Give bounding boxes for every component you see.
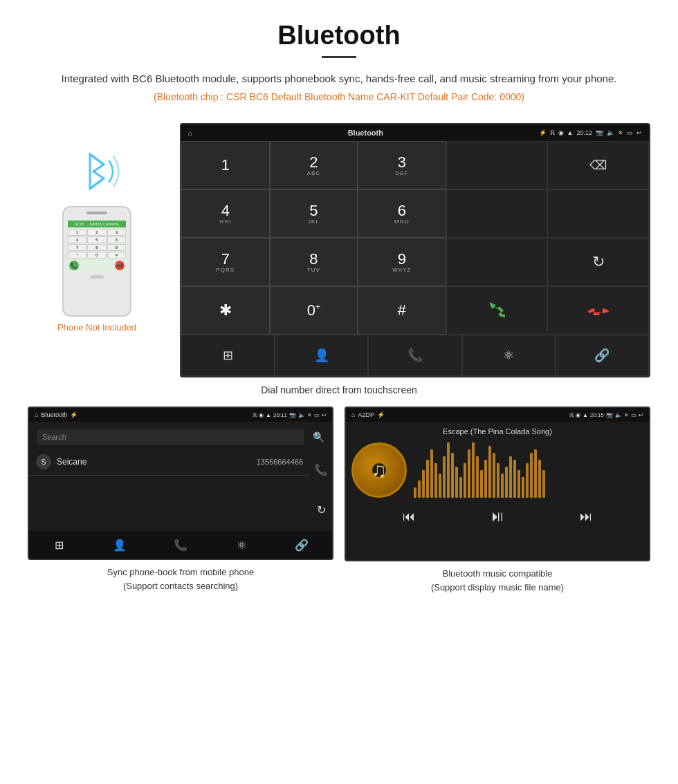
pb-dialpad-btn[interactable]: ⊞ xyxy=(29,534,90,556)
phonebook-contacts-list: S Seicane 13566664466 xyxy=(29,449,310,531)
visualizer-bar xyxy=(538,460,541,498)
display-area-empty xyxy=(446,141,548,189)
visualizer-bar xyxy=(455,467,458,498)
svg-line-1 xyxy=(90,154,104,165)
pb-sync-icon[interactable]: ↻ xyxy=(317,503,326,516)
prev-track-button[interactable]: ⏮ xyxy=(403,510,415,524)
dial-key-7[interactable]: 7 PQRS xyxy=(181,238,270,286)
pb-back-icon[interactable]: ↩ xyxy=(322,412,327,418)
phonebook-caption: Sync phone-book from mobile phone (Suppo… xyxy=(28,566,333,592)
visualizer-bar xyxy=(505,467,508,498)
phone-key-2: 2 xyxy=(87,229,106,236)
dialer-bottom-bar: ⊞ 👤 📞 ⚛ 🔗 xyxy=(181,335,649,376)
screen-icon: ▭ xyxy=(627,129,633,136)
dial-key-1[interactable]: 1 xyxy=(181,141,270,189)
music-usb-icon: ⚡ xyxy=(377,411,385,418)
page-title: Bluetooth xyxy=(42,21,636,50)
pb-bt-icon: ℝ xyxy=(253,412,257,418)
music-time: 20:15 xyxy=(590,412,604,418)
visualizer-bar xyxy=(468,449,470,498)
phone-key-6: 6 xyxy=(107,236,126,243)
home-icon[interactable]: ⌂ xyxy=(188,129,192,137)
music-song-title: Escape (The Pina Colada Song) xyxy=(443,427,552,436)
music-title: A2DP xyxy=(358,411,374,418)
visualizer-bar xyxy=(526,463,529,498)
music-back-icon[interactable]: ↩ xyxy=(639,412,643,418)
dial-key-4[interactable]: 4 GHI xyxy=(181,189,270,238)
page-specs: (Bluetooth chip : CSR BC6 Default Blueto… xyxy=(42,91,636,102)
visualizer-bar xyxy=(422,470,425,498)
visualizer-bar xyxy=(497,463,500,498)
phone-key-8: 8 xyxy=(87,244,106,251)
phone-end-btn: 📵 xyxy=(115,261,125,270)
bluetooth-btn[interactable]: ⚛ xyxy=(462,335,556,376)
visualizer-bar xyxy=(522,477,524,498)
dial-key-2[interactable]: 2 ABC xyxy=(270,141,358,189)
music-content: Escape (The Pina Colada Song) ♫ ⏮ ⏯ ⏭ xyxy=(346,422,649,560)
search-icon[interactable]: 🔍 xyxy=(309,431,329,442)
pb-usb-icon: ⚡ xyxy=(70,411,77,418)
music-loc-icon: ◉ xyxy=(576,412,580,418)
next-track-button[interactable]: ⏭ xyxy=(580,510,592,524)
contact-row[interactable]: S Seicane 13566664466 xyxy=(29,449,310,476)
dial-key-9[interactable]: 9 WXYZ xyxy=(358,238,446,286)
dial-key-8[interactable]: 8 TUV xyxy=(270,238,358,286)
phonebook-status-bar: ⌂ Bluetooth ⚡ ℝ ◉ ▲ 20:11 📷 🔈 ✕ ▭ ↩ xyxy=(29,408,332,422)
pb-call-btn[interactable]: 📞 xyxy=(150,534,211,556)
music-x-icon: ✕ xyxy=(624,412,629,418)
sync-button[interactable]: ↻ xyxy=(547,238,649,286)
play-pause-button[interactable]: ⏯ xyxy=(490,507,505,525)
dial-key-0[interactable]: 0+ xyxy=(270,286,358,335)
contact-name: Seicane xyxy=(57,457,257,467)
phone-key-5: 5 xyxy=(87,236,106,243)
phone-screen-top: M:20 Add to Contacts xyxy=(68,221,126,227)
visualizer-bar xyxy=(447,442,450,498)
visualizer-bar xyxy=(476,456,479,498)
pb-time: 20:11 xyxy=(273,412,287,418)
music-home-icon[interactable]: ⌂ xyxy=(351,411,355,418)
dial-key-hash[interactable]: # xyxy=(358,286,446,335)
visualizer-bar xyxy=(480,470,483,498)
contact-phone: 13566664466 xyxy=(257,458,303,466)
page-description: Integrated with BC6 Bluetooth module, su… xyxy=(42,71,636,87)
dial-caption: Dial number direct from touchscreen xyxy=(0,384,678,395)
music-controls: ⏮ ⏯ ⏭ xyxy=(351,502,643,531)
phone-key-7: 7 xyxy=(68,244,86,251)
phone-home-button xyxy=(90,275,104,279)
music-note-icon: ♫ xyxy=(372,458,387,482)
phone-call-btn: 📞 xyxy=(69,261,79,270)
backspace-button[interactable]: ⌫ xyxy=(547,141,649,189)
bluetooth-waves-icon xyxy=(69,144,131,199)
music-visualizer xyxy=(414,442,643,498)
music-device-screen: ⌂ A2DP ⚡ ℝ ◉ ▲ 20:15 📷 🔈 ✕ ▭ ↩ xyxy=(345,407,650,561)
music-panel: ⌂ A2DP ⚡ ℝ ◉ ▲ 20:15 📷 🔈 ✕ ▭ ↩ xyxy=(345,407,650,594)
dial-key-3[interactable]: 3 DEF xyxy=(358,141,446,189)
pb-phone-icon[interactable]: 📞 xyxy=(314,463,328,476)
music-album-art: ♫ xyxy=(351,442,407,498)
contacts-btn[interactable]: 👤 xyxy=(275,335,368,376)
phonebook-search-bar[interactable]: Search xyxy=(37,429,304,445)
camera-icon: 📷 xyxy=(596,129,603,136)
visualizer-bar xyxy=(414,487,416,498)
phonebook-sidebar-icons: 📞 ↻ xyxy=(310,449,332,531)
dial-key-star[interactable]: ✱ xyxy=(181,286,270,335)
phone-btn[interactable]: 📞 xyxy=(368,335,461,376)
dial-key-6[interactable]: 6 MNO xyxy=(358,189,446,238)
phone-key-9: 9 xyxy=(107,244,126,251)
pb-home-icon[interactable]: ⌂ xyxy=(35,411,38,418)
dial-key-5[interactable]: 5 JKL xyxy=(270,189,358,238)
back-icon[interactable]: ↩ xyxy=(636,129,642,136)
link-btn[interactable]: 🔗 xyxy=(556,335,649,376)
dialpad-btn[interactable]: ⊞ xyxy=(181,335,275,376)
main-section: M:20 Add to Contacts 1 2 3 4 5 6 7 8 9 *… xyxy=(0,123,678,377)
phone-dialpad: 1 2 3 4 5 6 7 8 9 * 0 # xyxy=(68,229,126,259)
pb-signal-icon: ▲ xyxy=(266,412,271,418)
end-call-button[interactable] xyxy=(547,286,649,335)
x-icon: ✕ xyxy=(618,129,623,136)
call-button[interactable] xyxy=(446,286,548,335)
lower-panels: ⌂ Bluetooth ⚡ ℝ ◉ ▲ 20:11 📷 🔈 ✕ ▭ ↩ xyxy=(0,407,678,594)
pb-contacts-btn[interactable]: 👤 xyxy=(90,534,151,556)
music-status-right: ℝ ◉ ▲ 20:15 📷 🔈 ✕ ▭ ↩ xyxy=(569,412,643,418)
pb-link-btn[interactable]: 🔗 xyxy=(271,534,332,556)
pb-bt-btn[interactable]: ⚛ xyxy=(211,534,272,556)
